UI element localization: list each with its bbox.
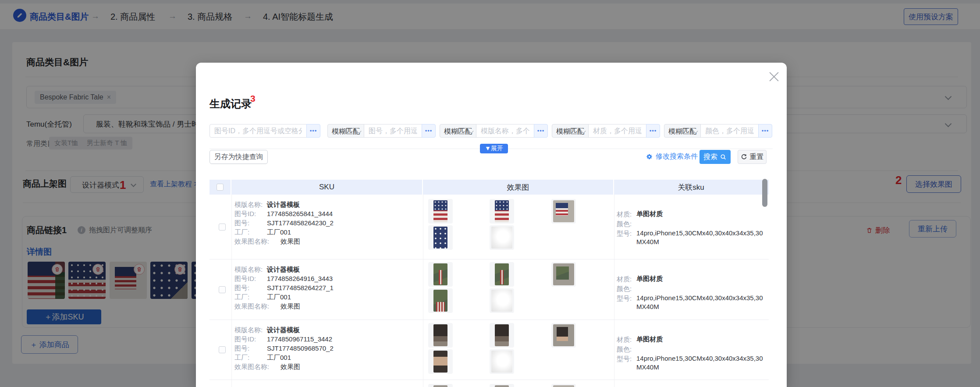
template-value: 设计器模板 xyxy=(267,201,300,208)
scrollbar-thumb[interactable] xyxy=(762,179,767,207)
match-mode-value: 模糊匹配 xyxy=(556,127,584,136)
image-no-filter-input[interactable] xyxy=(364,124,422,138)
table-row: 模版名称:设计器模板 图号ID:1774850967115_3442 图号:SJ… xyxy=(209,320,769,380)
color-match-select[interactable]: 模糊匹配 xyxy=(664,124,701,138)
effect-image[interactable] xyxy=(490,262,514,287)
modal-title: 生成记录 xyxy=(209,97,252,111)
effect-name-value: 效果图 xyxy=(281,302,300,310)
search-label: 搜索 xyxy=(703,153,717,162)
generation-records-modal: 生成记录 3 ••• 模糊匹配 ••• 模糊匹配 ••• 模糊匹配 ••• 模糊… xyxy=(196,63,787,387)
material-filter-input[interactable] xyxy=(588,124,646,138)
image-no-value: SJT1774858264230_2 xyxy=(267,219,334,227)
divider xyxy=(423,195,423,259)
template-label: 模版名称: xyxy=(234,265,267,274)
select-all-checkbox[interactable] xyxy=(217,184,224,191)
image-id-filter-input[interactable] xyxy=(209,124,307,138)
factory-label: 工厂: xyxy=(234,353,267,362)
model-value: 14pro,iPhone15,30CMx40,30x40x34x35,30MX4… xyxy=(636,229,766,246)
template-match-select[interactable]: 模糊匹配 xyxy=(440,124,476,138)
effect-image[interactable] xyxy=(428,199,453,224)
effect-image[interactable] xyxy=(551,199,576,224)
dark-outfit-photo xyxy=(433,324,447,346)
factory-value: 工厂001 xyxy=(267,228,291,236)
reset-button[interactable]: 重置 xyxy=(738,150,767,164)
sku-details: 模版名称:设计器模板 图号ID:1774858264916_3443 图号:SJ… xyxy=(234,265,334,311)
effect-image[interactable] xyxy=(490,225,514,250)
image-no-value: SJT1774858264227_1 xyxy=(267,284,334,291)
effect-image[interactable] xyxy=(428,225,453,250)
match-mode-value: 模糊匹配 xyxy=(444,127,472,136)
color-filter-input[interactable] xyxy=(700,124,759,138)
column-header-sku: SKU xyxy=(231,180,423,195)
effect-image[interactable] xyxy=(551,323,576,348)
template-filter-more-button[interactable]: ••• xyxy=(534,124,548,138)
effect-image[interactable] xyxy=(428,384,453,387)
divider xyxy=(614,259,614,320)
divider xyxy=(423,380,423,387)
match-mode-value: 模糊匹配 xyxy=(668,127,696,136)
effect-image[interactable] xyxy=(428,349,453,374)
image-no-label: 图号: xyxy=(234,218,267,227)
effect-name-value: 效果图 xyxy=(281,238,300,245)
factory-value: 工厂001 xyxy=(267,293,291,301)
effect-image[interactable] xyxy=(551,262,576,287)
outfit-photo xyxy=(433,385,447,387)
sku-details: 模版名称:设计器模板 图号ID:1774850967115_3442 图号:SJ… xyxy=(234,325,334,371)
effect-image[interactable] xyxy=(428,262,453,287)
factory-label: 工厂: xyxy=(234,292,267,302)
row-checkbox[interactable] xyxy=(219,224,226,231)
color-filter-more-button[interactable]: ••• xyxy=(758,124,772,138)
gear-icon xyxy=(646,153,653,160)
close-icon[interactable] xyxy=(769,71,779,80)
modify-search-link[interactable]: 修改搜索条件 xyxy=(646,152,698,161)
divider xyxy=(423,259,423,320)
divider xyxy=(614,380,614,387)
image-no-filter-more-button[interactable]: ••• xyxy=(422,124,436,138)
material-value: 单图材质 xyxy=(636,335,766,344)
divider xyxy=(231,380,232,387)
image-id-label: 图号ID: xyxy=(234,209,267,218)
effect-image[interactable] xyxy=(490,288,514,313)
expand-filters-button[interactable]: ▼展开 xyxy=(480,144,508,153)
material-label: 材质: xyxy=(617,335,636,344)
search-button[interactable]: 搜索 xyxy=(699,150,731,164)
divider xyxy=(231,320,232,380)
image-no-match-select[interactable]: 模糊匹配 xyxy=(327,124,364,138)
divider xyxy=(614,195,614,259)
image-id-filter-more-button[interactable]: ••• xyxy=(306,124,320,138)
fabric-photo xyxy=(491,227,512,249)
image-no-value: SJT1774850968570_2 xyxy=(267,344,334,352)
row-checkbox[interactable] xyxy=(219,286,226,293)
effect-image[interactable] xyxy=(428,288,453,313)
effect-image[interactable] xyxy=(551,384,576,387)
table-row-partial xyxy=(209,380,769,387)
dark-flatlay-photo xyxy=(553,324,574,346)
factory-label: 工厂: xyxy=(234,227,267,237)
annotation-marker-3: 3 xyxy=(250,93,256,104)
row-checkbox[interactable] xyxy=(219,346,226,353)
model-label: 型号: xyxy=(617,294,636,303)
color-label: 颜色: xyxy=(617,344,636,354)
effect-image[interactable] xyxy=(428,323,453,348)
material-filter-more-button[interactable]: ••• xyxy=(646,124,660,138)
effect-image[interactable] xyxy=(490,323,514,348)
effect-name-label: 效果图名称: xyxy=(234,302,281,311)
dark-face-photo xyxy=(433,351,447,373)
table-row: 模版名称:设计器模板 图号ID:1774858264916_3443 图号:SJ… xyxy=(209,259,769,320)
reset-label: 重置 xyxy=(750,153,764,162)
template-name-filter-input[interactable] xyxy=(476,124,534,138)
save-quick-query-button[interactable]: 另存为快捷查询 xyxy=(209,150,268,164)
effect-name-value: 效果图 xyxy=(281,363,300,370)
dark-outfit-photo xyxy=(495,324,509,346)
material-match-select[interactable]: 模糊匹配 xyxy=(552,124,589,138)
material-value: 单图材质 xyxy=(636,209,766,218)
effect-image[interactable] xyxy=(490,349,514,374)
template-value: 设计器模板 xyxy=(267,266,300,273)
divider xyxy=(423,320,423,380)
material-label: 材质: xyxy=(617,209,636,219)
related-sku-details: 材质:单图材质 颜色: 型号:14pro,iPhone15,30CMx40,30… xyxy=(617,209,766,246)
camo-outfit-photo xyxy=(495,263,509,285)
effect-image[interactable] xyxy=(490,199,514,224)
effect-image[interactable] xyxy=(490,384,514,387)
flag-stars-photo xyxy=(433,227,447,249)
